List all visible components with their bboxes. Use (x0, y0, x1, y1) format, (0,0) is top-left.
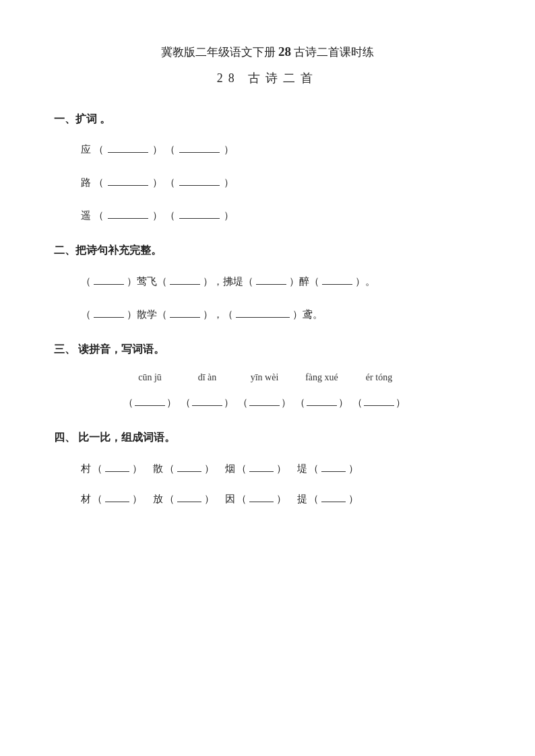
section-complete-poem: 二、把诗句补充完整。 （）莺飞（），拂堤（）醉（）。 （）散学（），（）鸢。 (54, 241, 481, 324)
answer-paren-3: （ ） (236, 391, 293, 412)
pinyin-text-4: fàng xué (305, 369, 338, 386)
section-expand-words: 一、扩词 。 应 （ ） （ ） 路 （ ） （ ） 遥 （ ） （ ） (54, 110, 481, 226)
answer-paren-4: （ ） (293, 391, 350, 412)
blank-cai[interactable] (105, 487, 129, 502)
pinyin-text-5: ér tóng (366, 369, 392, 386)
section4-title: 四、 比一比，组成词语。 (54, 428, 481, 448)
blank-p1-2[interactable] (170, 270, 200, 285)
blank-p1-3[interactable] (256, 270, 286, 285)
blank-yao1[interactable] (108, 204, 148, 219)
char-lu: 路 (81, 174, 91, 192)
title-prefix: 冀教版二年级语文下册 (161, 46, 276, 59)
section3-title: 三、 读拼音，写词语。 (54, 340, 481, 359)
poem-line1: （）莺飞（），拂堤（）醉（）。 (81, 270, 481, 291)
word-item-di1: 堤 （ ） (297, 457, 358, 478)
char-yan: 烟 (225, 460, 235, 478)
word-item-fang: 放 （ ） (153, 487, 214, 508)
paren-open1: （ (94, 141, 104, 159)
section3-content: cūn jū dī àn yīn wèi fàng xué ér tóng （ … (54, 369, 481, 412)
section1-content: 应 （ ） （ ） 路 （ ） （ ） 遥 （ ） （ ） (54, 138, 481, 225)
blank-san1[interactable] (177, 457, 201, 472)
blank-di1[interactable] (321, 457, 346, 472)
char-san1: 散 (153, 460, 163, 478)
char-ying: 应 (81, 141, 91, 159)
answer-paren-2: （ ） (179, 391, 236, 412)
expand-row-yao: 遥 （ ） （ ） (81, 204, 481, 225)
paren-close2: ） (224, 141, 234, 159)
blank-p2-1[interactable] (94, 303, 124, 318)
word-item-yin: 因 （ ） (225, 487, 286, 508)
title-sub: 28 古诗二首 (54, 67, 481, 89)
char-di1: 堤 (297, 460, 307, 478)
blank-lu1[interactable] (108, 171, 148, 186)
pinyin-text-1: cūn jū (138, 369, 162, 386)
pinyin-text-2: dī àn (198, 369, 217, 386)
section-pinyin: 三、 读拼音，写词语。 cūn jū dī àn yīn wèi fàng xu… (54, 340, 481, 412)
pinyin-col-3: yīn wèi (236, 369, 293, 386)
section2-content: （）莺飞（），拂堤（）醉（）。 （）散学（），（）鸢。 (54, 270, 481, 324)
char-yin: 因 (225, 490, 235, 508)
expand-row-ying: 应 （ ） （ ） (81, 138, 481, 159)
blank-di2[interactable] (321, 487, 346, 502)
title-number: 28 (278, 44, 291, 59)
blank-yao2[interactable] (179, 204, 220, 219)
title-suffix: 古诗二首课时练 (294, 46, 374, 59)
char-cun: 村 (81, 460, 91, 478)
pinyin-text-3: yīn wèi (251, 369, 279, 386)
paren-close3: ） (152, 174, 162, 192)
pinyin-col-4: fàng xué (293, 369, 350, 386)
paren-close5: ） (152, 207, 162, 225)
blank-cun[interactable] (105, 457, 129, 472)
section2-title: 二、把诗句补充完整。 (54, 241, 481, 261)
blank-ying2[interactable] (179, 138, 220, 153)
expand-row-lu: 路 （ ） （ ） (81, 171, 481, 192)
answer-paren-5: （ ） (350, 391, 408, 412)
blank-fang[interactable] (177, 487, 201, 502)
paren-close6: ） (224, 207, 234, 225)
word-row-1: 村 （ ） 散 （ ） 烟 （ ） 堤 （ ） (81, 457, 481, 478)
char-yao: 遥 (81, 207, 91, 225)
paren-open3: （ (94, 174, 104, 192)
blank-yin[interactable] (249, 487, 274, 502)
paren-close1: ） (152, 141, 162, 159)
answer-blank-2[interactable] (192, 391, 222, 406)
char-di2: 提 (297, 490, 307, 508)
word-item-yan: 烟 （ ） (225, 457, 286, 478)
paren-open4: （ (165, 174, 175, 192)
blank-p2-2[interactable] (170, 303, 200, 318)
word-row-2: 材 （ ） 放 （ ） 因 （ ） 提 （ ） (81, 487, 481, 508)
blank-ying1[interactable] (108, 138, 148, 153)
answer-blank-3[interactable] (249, 391, 280, 406)
char-cai: 材 (81, 490, 91, 508)
blank-yan[interactable] (249, 457, 274, 472)
paren-open6: （ (165, 207, 175, 225)
word-item-san1: 散 （ ） (153, 457, 214, 478)
paren-open5: （ (94, 207, 104, 225)
blank-p1-4[interactable] (322, 270, 352, 285)
section-compare-words: 四、 比一比，组成词语。 村 （ ） 散 （ ） 烟 （ ） 堤 (54, 428, 481, 508)
char-fang: 放 (153, 490, 163, 508)
answer-paren-1: （ ） (121, 391, 179, 412)
blank-p2-3[interactable] (236, 303, 290, 318)
pinyin-col-1: cūn jū (121, 369, 179, 386)
word-item-cai: 材 （ ） (81, 487, 142, 508)
paren-open2: （ (165, 141, 175, 159)
blank-lu2[interactable] (179, 171, 220, 186)
answer-blank-1[interactable] (135, 391, 165, 406)
word-item-cun: 村 （ ） (81, 457, 142, 478)
word-item-di2: 提 （ ） (297, 487, 358, 508)
poem-line2: （）散学（），（）鸢。 (81, 303, 481, 324)
section1-title: 一、扩词 。 (54, 110, 481, 129)
paren-close4: ） (224, 174, 234, 192)
title-main: 冀教版二年级语文下册 28 古诗二首课时练 (54, 40, 481, 63)
section4-content: 村 （ ） 散 （ ） 烟 （ ） 堤 （ ） (54, 457, 481, 508)
answer-blank-5[interactable] (364, 391, 394, 406)
blank-p1-1[interactable] (94, 270, 124, 285)
pinyin-col-2: dī àn (179, 369, 236, 386)
pinyin-answer-row: （ ） （ ） （ ） （ ） （ ） (81, 391, 481, 412)
answer-blank-4[interactable] (307, 391, 337, 406)
pinyin-row: cūn jū dī àn yīn wèi fàng xué ér tóng (81, 369, 481, 386)
pinyin-col-5: ér tóng (350, 369, 408, 386)
